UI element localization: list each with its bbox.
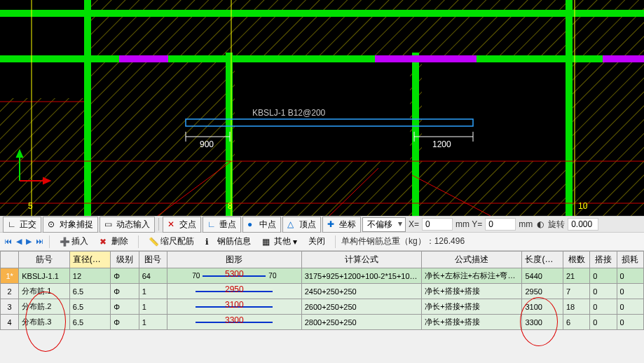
table-cell[interactable]: 6.5 [69,299,111,315]
delete-icon: ✖ [100,237,109,247]
nav-last[interactable]: ⏭ [36,237,43,246]
table-cell[interactable]: 2600+250+250 [301,299,421,315]
cad-canvas[interactable]: KBSLJ-1 B12@200 900 1200 5 8 10 [0,0,644,216]
table-cell[interactable]: 分布筋.3 [19,315,70,330]
insert-button[interactable]: ➕插入 [55,234,93,249]
osnap-icon: ⊙ [48,219,57,229]
nav-next[interactable]: ▶ [26,237,32,246]
col-header[interactable]: 级别 [111,252,139,268]
perpendicular-icon: ∟ [207,219,217,229]
snap-intersection[interactable]: ✕交点 [163,217,201,233]
col-header[interactable]: 计算公式 [301,252,421,268]
col-header[interactable]: 根数 [563,252,589,268]
table-cell[interactable]: 3 [1,299,19,315]
cad-dim-right: 1200 [432,139,451,149]
close-button[interactable]: 关闭 [304,234,329,249]
ortho-icon: ∟ [8,219,18,229]
table-cell[interactable]: 3100 [522,299,563,315]
table-cell[interactable]: 分布筋.1 [19,284,70,299]
y-unit: mm [517,219,534,229]
y-label: mm Y= [454,219,484,229]
cad-axis-8: 8 [228,201,233,211]
rotate-value[interactable]: 0.000 [568,218,598,231]
col-header[interactable] [1,252,19,268]
cad-axis-10: 10 [578,201,588,211]
col-header[interactable]: 图形 [167,252,302,268]
table-cell[interactable]: 0 [590,315,617,330]
snap-perpendicular[interactable]: ∟垂点 [203,217,241,233]
table-cell[interactable]: 12 [69,268,111,284]
rebar-info-button[interactable]: ℹ钢筋信息 [201,234,255,249]
col-header[interactable]: 公式描述 [422,252,522,268]
offset-mode-combo[interactable]: 不偏移 [362,217,406,232]
col-header[interactable]: 直径(mm) [69,252,111,268]
table-cell[interactable]: 0 [617,284,643,299]
table-cell[interactable]: 64 [139,268,167,284]
osnap-toggle[interactable]: ⊙对象捕捉 [43,217,98,233]
other-menu[interactable]: ▦其他 ▾ [258,234,301,249]
table-cell[interactable]: 2950 [167,284,302,299]
table-cell[interactable]: 3300 [522,315,563,330]
col-header[interactable]: 图号 [139,252,167,268]
table-cell[interactable]: 0 [617,299,643,315]
col-header[interactable]: 搭接 [590,252,617,268]
table-cell[interactable]: 净长+左标注+右标注+弯折+弯折 [422,268,522,284]
table-row[interactable]: 2分布筋.16.5Φ129502450+250+250净长+搭接+搭接29507… [1,284,644,299]
ortho-toggle[interactable]: ∟正交 [3,217,41,233]
col-header[interactable]: 损耗 [617,252,643,268]
table-cell[interactable]: 2800+250+250 [301,315,421,330]
other-icon: ▦ [262,237,272,247]
table-cell[interactable]: 6.5 [69,284,111,299]
table-cell[interactable]: 0 [590,299,617,315]
table-cell[interactable]: 1 [139,315,167,330]
table-row[interactable]: 1*KBSLJ-1.112Φ64530070703175+925+1200+10… [1,268,644,284]
table-cell[interactable]: 5440 [522,268,563,284]
rebar-table[interactable]: 筋号直径(mm)级别图号图形计算公式公式描述长度(mm)根数搭接损耗 1*KBS… [0,251,644,330]
table-cell[interactable]: 1 [139,299,167,315]
table-cell[interactable]: Φ [111,268,139,284]
table-cell[interactable]: 1* [1,268,19,284]
nav-prev[interactable]: ◀ [16,237,22,246]
dyn-input-toggle[interactable]: ▭动态输入 [100,217,155,233]
table-cell[interactable]: 3300 [167,315,302,330]
table-cell[interactable]: 2 [1,284,19,299]
table-row[interactable]: 4分布筋.36.5Φ133002800+250+250净长+搭接+搭接33006… [1,315,644,330]
table-cell[interactable]: 6 [563,315,589,330]
table-cell[interactable]: Φ [111,284,139,299]
table-cell[interactable]: 0 [617,268,643,284]
table-cell[interactable]: 净长+搭接+搭接 [422,284,522,299]
col-header[interactable]: 筋号 [19,252,70,268]
x-value[interactable]: 0 [422,218,453,231]
table-cell[interactable]: 4 [1,315,19,330]
table-cell[interactable]: Φ [111,299,139,315]
snap-vertex[interactable]: △顶点 [282,217,321,233]
table-cell[interactable]: KBSLJ-1.1 [19,268,70,284]
table-cell[interactable]: 1 [139,284,167,299]
cad-axis-5: 5 [28,201,33,211]
table-cell[interactable]: Φ [111,315,139,330]
snap-midpoint[interactable]: ●中点 [242,217,281,233]
table-cell[interactable]: 3100 [167,299,302,315]
table-cell[interactable]: 6.5 [69,315,111,330]
table-cell[interactable]: 3175+925+1200+100-2*15+100-2*15 [301,268,421,284]
scale-rebar-button[interactable]: 📏缩尺配筋 [144,234,198,249]
nav-first[interactable]: ⏮ [4,237,12,246]
table-cell[interactable]: 53007070 [167,268,302,284]
table-row[interactable]: 3分布筋.26.5Φ131002600+250+250净长+搭接+搭接31001… [1,299,644,315]
table-cell[interactable]: 净长+搭接+搭接 [422,315,522,330]
scale-icon: 📏 [149,237,158,247]
table-cell[interactable]: 0 [590,284,617,299]
table-cell[interactable]: 2950 [522,284,563,299]
table-cell[interactable]: 分布筋.2 [19,299,70,315]
col-header[interactable]: 长度(mm) [522,252,563,268]
table-cell[interactable]: 0 [590,268,617,284]
table-cell[interactable]: 18 [563,299,589,315]
table-cell[interactable]: 净长+搭接+搭接 [422,299,522,315]
table-cell[interactable]: 2450+250+250 [301,284,421,299]
snap-coord[interactable]: ✚坐标 [322,217,361,233]
table-cell[interactable]: 0 [617,315,643,330]
y-value[interactable]: 0 [485,218,516,231]
table-cell[interactable]: 21 [563,268,589,284]
table-cell[interactable]: 7 [563,284,589,299]
delete-button[interactable]: ✖删除 [95,234,132,249]
